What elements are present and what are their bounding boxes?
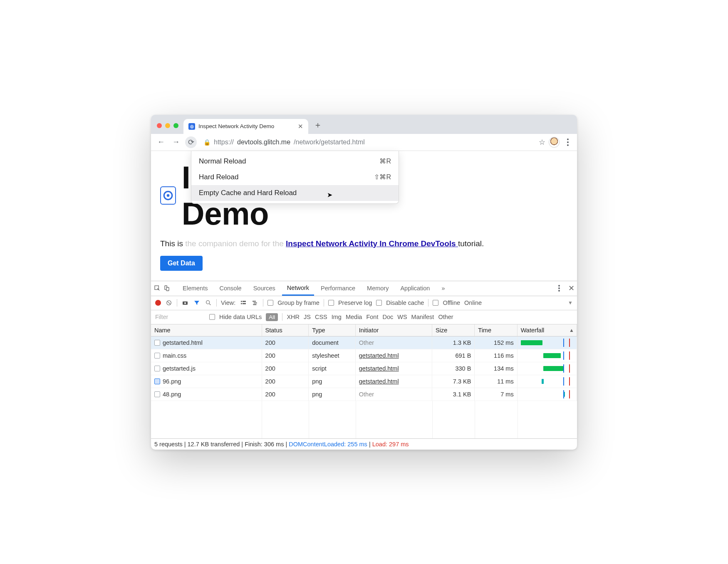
- tab-elements[interactable]: Elements: [178, 282, 213, 295]
- col-size[interactable]: Size: [432, 324, 474, 336]
- initiator-text: Other: [359, 391, 374, 398]
- waterfall-view-icon[interactable]: [251, 299, 259, 307]
- get-data-button[interactable]: Get Data: [160, 256, 203, 271]
- chrome-menu-button[interactable]: [563, 139, 573, 146]
- filter-manifest[interactable]: Manifest: [411, 314, 434, 320]
- svg-rect-4: [166, 287, 169, 291]
- filter-js[interactable]: JS: [304, 314, 311, 320]
- col-status[interactable]: Status: [262, 324, 309, 336]
- hide-data-urls-checkbox[interactable]: [209, 314, 215, 320]
- inspect-element-icon[interactable]: [154, 284, 161, 292]
- tutorial-link[interactable]: Inspect Network Activity In Chrome DevTo…: [286, 239, 458, 248]
- filter-icon[interactable]: [193, 299, 201, 307]
- col-waterfall[interactable]: Waterfall▲: [517, 324, 577, 336]
- filter-doc[interactable]: Doc: [382, 314, 393, 320]
- file-icon: [154, 366, 160, 371]
- cell-time: 11 ms: [475, 375, 517, 388]
- address-bar[interactable]: 🔒 https://devtools.glitch.me/network/get…: [200, 137, 535, 148]
- offline-checkbox[interactable]: [433, 300, 438, 306]
- lock-icon: 🔒: [203, 139, 210, 146]
- cell-size: 7.3 KB: [432, 375, 474, 388]
- tab-memory[interactable]: Memory: [362, 282, 394, 295]
- initiator-link[interactable]: getstarted.html: [359, 365, 399, 372]
- back-button[interactable]: ←: [155, 136, 167, 148]
- cell-status: 200: [262, 349, 309, 362]
- network-filter-bar: Filter Hide data URLs All XHR JS CSS Img…: [151, 310, 577, 324]
- device-toggle-icon[interactable]: [163, 284, 170, 292]
- record-icon[interactable]: [155, 300, 161, 306]
- menu-label: Empty Cache and Hard Reload: [199, 189, 297, 197]
- menu-normal-reload[interactable]: Normal Reload ⌘R: [191, 153, 399, 169]
- chevron-down-icon[interactable]: ▼: [568, 300, 573, 306]
- disable-cache-checkbox[interactable]: [376, 300, 382, 306]
- menu-hard-reload[interactable]: Hard Reload ⇧⌘R: [191, 169, 399, 185]
- devtools-close-icon[interactable]: ✕: [568, 284, 574, 293]
- group-by-frame-label: Group by frame: [277, 299, 319, 306]
- devtools-tabstrip: Elements Console Sources Network Perform…: [151, 281, 577, 296]
- svg-rect-10: [243, 301, 246, 302]
- bookmark-star-icon[interactable]: ☆: [539, 138, 545, 147]
- table-row[interactable]: 48.png200pngOther3.1 KB7 ms: [151, 388, 577, 401]
- reload-button[interactable]: ⟳: [185, 136, 197, 148]
- filter-css[interactable]: CSS: [315, 314, 327, 320]
- cell-size: 330 B: [432, 362, 474, 375]
- disable-cache-label: Disable cache: [386, 299, 424, 306]
- zoom-window-icon[interactable]: [173, 123, 178, 128]
- col-time[interactable]: Time: [475, 324, 517, 336]
- filter-xhr[interactable]: XHR: [287, 314, 300, 320]
- new-tab-button[interactable]: ＋: [312, 119, 324, 131]
- filter-other[interactable]: Other: [438, 314, 453, 320]
- table-row[interactable]: getstarted.html200documentOther1.3 KB152…: [151, 336, 577, 349]
- cell-type: document: [309, 336, 356, 349]
- tab-title: Inspect Network Activity Demo: [198, 123, 295, 129]
- col-name[interactable]: Name: [151, 324, 262, 336]
- svg-rect-12: [243, 303, 246, 304]
- tab-close-icon[interactable]: ✕: [298, 123, 303, 130]
- close-window-icon[interactable]: [157, 123, 162, 128]
- initiator-link[interactable]: getstarted.html: [359, 352, 399, 359]
- large-rows-icon[interactable]: [240, 299, 247, 307]
- reload-context-menu: Normal Reload ⌘R Hard Reload ⇧⌘R Empty C…: [191, 151, 399, 204]
- tab-console[interactable]: Console: [214, 282, 246, 295]
- profile-avatar[interactable]: [549, 137, 560, 148]
- table-row[interactable]: 96.png200pnggetstarted.html7.3 KB11 ms: [151, 375, 577, 388]
- titlebar: ◎ Inspect Network Activity Demo ✕ ＋: [151, 115, 577, 134]
- file-icon: [154, 378, 160, 384]
- tab-application[interactable]: Application: [395, 282, 435, 295]
- clear-icon[interactable]: [165, 299, 173, 307]
- filter-img[interactable]: Img: [332, 314, 342, 320]
- menu-empty-cache-hard-reload[interactable]: Empty Cache and Hard Reload: [191, 185, 399, 201]
- desc-obscured: the companion demo for the: [185, 239, 286, 248]
- filter-input[interactable]: Filter: [155, 314, 205, 320]
- filter-ws[interactable]: WS: [397, 314, 407, 320]
- devtools-menu-icon[interactable]: [554, 285, 564, 292]
- tab-performance[interactable]: Performance: [316, 282, 360, 295]
- filter-all[interactable]: All: [266, 313, 278, 321]
- tab-network[interactable]: Network: [282, 281, 314, 296]
- screenshot-icon[interactable]: [181, 299, 189, 307]
- browser-tab[interactable]: ◎ Inspect Network Activity Demo ✕: [183, 119, 308, 134]
- tab-sources[interactable]: Sources: [248, 282, 280, 295]
- minimize-window-icon[interactable]: [165, 123, 170, 128]
- preserve-log-checkbox[interactable]: [328, 300, 334, 306]
- initiator-link[interactable]: getstarted.html: [359, 378, 399, 385]
- url-host: devtools.glitch.me: [237, 139, 290, 146]
- menu-shortcut: ⇧⌘R: [374, 173, 391, 181]
- forward-button[interactable]: →: [170, 136, 182, 148]
- throttling-select[interactable]: Online: [464, 299, 482, 306]
- col-initiator[interactable]: Initiator: [355, 324, 432, 336]
- table-row[interactable]: main.css200stylesheetgetstarted.html691 …: [151, 349, 577, 362]
- group-by-frame-checkbox[interactable]: [267, 300, 273, 306]
- cell-type: png: [309, 375, 356, 388]
- devtools-panel: Elements Console Sources Network Perform…: [151, 281, 577, 450]
- col-type[interactable]: Type: [309, 324, 356, 336]
- filter-media[interactable]: Media: [346, 314, 362, 320]
- menu-shortcut: ⌘R: [379, 157, 391, 165]
- table-row[interactable]: getstarted.js200scriptgetstarted.html330…: [151, 362, 577, 375]
- tabs-overflow-icon[interactable]: »: [436, 282, 450, 295]
- cell-name: 96.png: [151, 375, 262, 388]
- favicon-icon: ◎: [188, 123, 195, 130]
- filter-font[interactable]: Font: [366, 314, 378, 320]
- search-icon[interactable]: [205, 299, 212, 307]
- network-status-bar: 5 requests | 12.7 KB transferred | Finis…: [151, 438, 577, 450]
